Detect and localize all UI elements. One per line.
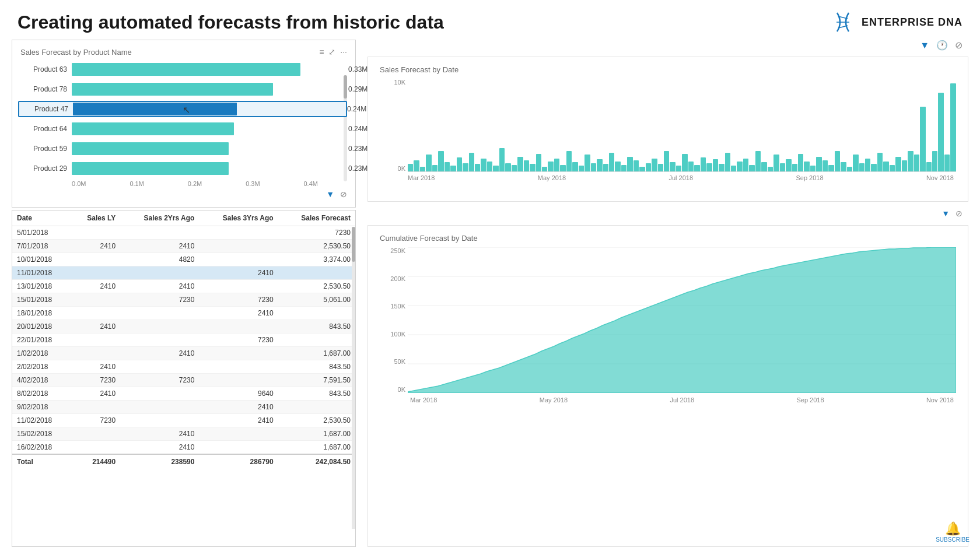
time-bar (719, 164, 724, 171)
time-bar (792, 164, 797, 171)
time-bar (603, 164, 608, 171)
time-bar (469, 153, 474, 171)
table-row: 15/01/2018723072305,061.00 (12, 293, 355, 307)
menu-icon[interactable]: ≡ (319, 47, 324, 57)
table-row: 20/01/20182410843.50 (12, 320, 355, 334)
time-bar (890, 165, 895, 171)
logo-area: ENTERPRISE DNA (829, 10, 963, 34)
time-bar (694, 165, 699, 171)
bars-area: (function() { const barData = [8,12,5,18… (408, 79, 956, 172)
y-150k: 150K (380, 303, 408, 310)
time-bar (554, 159, 559, 171)
x-label-nov: Nov 2018 (926, 174, 954, 181)
bar-chart-widget: Sales Forecast by Product Name ≡ ⤢ ··· P… (12, 40, 356, 208)
table-scrollbar[interactable] (352, 227, 355, 529)
time-bar (652, 159, 657, 171)
table-body: 5/01/20187230 7/01/2018241024102,530.50 … (12, 226, 355, 455)
table-header: Date Sales LY Sales 2Yrs Ago Sales 3Yrs … (12, 210, 355, 226)
time-bar (475, 164, 480, 171)
bar-row[interactable]: Product 59 0.23M (20, 141, 347, 157)
time-bar (895, 157, 901, 171)
time-bar (774, 155, 779, 171)
y-axis: 10K 0K (380, 79, 408, 172)
time-bar (786, 159, 791, 171)
time-bar (524, 160, 529, 171)
widget-toolbar: Sales Forecast by Product Name ≡ ⤢ ··· (20, 47, 347, 57)
time-bar (725, 153, 730, 171)
right-panel: ▼ 🕐 ⊘ Sales Forecast by Date 10K 0K (368, 40, 968, 547)
clock-icon[interactable]: 🕐 (936, 40, 948, 51)
y-50k: 50K (380, 358, 408, 365)
time-bar (530, 164, 535, 171)
x-axis-label: 0.4M (304, 180, 318, 187)
bar-label: Product 47 (22, 105, 73, 113)
time-bar (542, 167, 547, 171)
bar-fill-selected (73, 103, 237, 115)
table-widget: Date Sales LY Sales 2Yrs Ago Sales 3Yrs … (12, 210, 356, 547)
bar-row[interactable]: Product 64 0.24M (20, 121, 347, 137)
bar-container: 0.23M (72, 142, 347, 155)
table-row: 5/01/20187230 (12, 226, 355, 240)
time-bar (877, 153, 883, 171)
table-row: 15/02/201824101,687.00 (12, 427, 355, 441)
time-bar (816, 157, 821, 171)
expand-icon[interactable]: ⤢ (328, 47, 335, 57)
ban-icon-cumul[interactable]: ⊘ (956, 209, 963, 218)
subscribe-label: SUBSCRIBE (936, 536, 970, 543)
bar-row[interactable]: Product 63 0.33M (20, 61, 347, 78)
time-bar (634, 160, 639, 171)
time-bar (761, 162, 766, 171)
time-bar (499, 148, 505, 171)
time-bar (566, 151, 572, 171)
more-icon[interactable]: ··· (340, 47, 347, 57)
bar-fill (72, 83, 273, 96)
ban-icon-right[interactable]: ⊘ (955, 40, 963, 51)
time-x-axis: Mar 2018 May 2018 Jul 2018 Sep 2018 Nov … (380, 174, 956, 181)
bar-row[interactable]: Product 29 0.23M (20, 160, 347, 177)
bar-row-selected[interactable]: Product 47 0.24M ↖ (18, 101, 347, 117)
bar-row[interactable]: Product 78 0.29M (20, 81, 347, 97)
area-path (408, 247, 956, 393)
time-bar (536, 154, 541, 171)
filter-icon-cumul[interactable]: ▼ (942, 209, 950, 218)
bar-time-chart: 10K 0K (function() { const barData = [8,… (380, 79, 956, 195)
time-bar (768, 167, 773, 171)
time-bar (438, 151, 443, 171)
time-bar (950, 83, 956, 171)
time-bar (847, 167, 852, 171)
time-bar (780, 163, 785, 171)
time-bar (749, 165, 754, 171)
footer-total-label: Total (12, 454, 71, 469)
bar-label: Product 64 (20, 125, 72, 133)
table-row: 8/02/201824109640843.50 (12, 387, 355, 401)
subscribe-badge[interactable]: 🔔 SUBSCRIBE (936, 521, 970, 543)
time-bar (432, 165, 438, 171)
time-bar (810, 166, 816, 171)
main-content: Sales Forecast by Product Name ≡ ⤢ ··· P… (0, 40, 980, 547)
col-sales-2yr: Sales 2Yrs Ago (120, 210, 199, 226)
table-scroll-area[interactable]: Date Sales LY Sales 2Yrs Ago Sales 3Yrs … (12, 210, 355, 546)
header: Creating automated forecasts from histor… (0, 0, 980, 40)
x-axis-label: 0.1M (130, 180, 144, 187)
x-axis-label: 0.3M (246, 180, 260, 187)
cumul-x-axis: Mar 2018 May 2018 Jul 2018 Sep 2018 Nov … (408, 396, 956, 403)
footer-sales-forecast: 242,084.50 (278, 454, 355, 469)
footer-sales-2yr: 238590 (120, 454, 199, 469)
table-row: 18/01/20182410 (12, 307, 355, 320)
time-bar (828, 165, 834, 171)
bar-fill (72, 122, 234, 135)
filter-icon-right[interactable]: ▼ (920, 40, 929, 51)
footer-sales-ly: 214490 (71, 454, 120, 469)
cumul-y-axis: 250K 200K 150K 100K 50K 0K (380, 247, 408, 405)
dna-icon (829, 10, 857, 34)
cumulative-svg (408, 247, 956, 393)
widget-icons: ≡ ⤢ ··· (319, 47, 347, 57)
time-bar (512, 165, 517, 171)
time-bar (713, 159, 718, 171)
filter-icon[interactable]: ▼ (326, 189, 334, 199)
ban-icon[interactable]: ⊘ (340, 189, 347, 199)
table-row: 11/01/20182410 (12, 266, 355, 280)
time-bar (914, 155, 919, 171)
time-bar (676, 166, 681, 171)
x-axis-label: 0.2M (188, 180, 202, 187)
